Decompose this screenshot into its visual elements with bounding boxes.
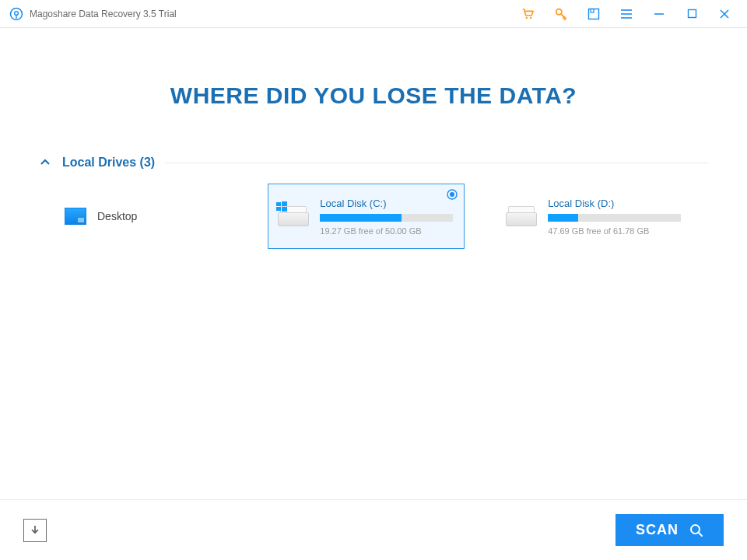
usage-fill — [548, 214, 578, 222]
usage-fill — [320, 214, 401, 222]
activate-button[interactable] — [545, 0, 577, 28]
svg-point-1 — [15, 11, 19, 15]
disk-icon — [506, 206, 537, 226]
search-icon — [689, 523, 703, 537]
drive-item-local-disk-c[interactable]: Local Disk (C:) 19.27 GB free of 50.00 G… — [268, 184, 465, 249]
svg-line-23 — [699, 533, 702, 536]
section-header-local-drives: Local Drives (3) — [39, 156, 708, 170]
usage-bar — [548, 214, 681, 222]
svg-rect-17 — [276, 202, 281, 206]
scan-label: SCAN — [636, 522, 679, 538]
svg-rect-12 — [688, 10, 696, 18]
drive-name: Desktop — [97, 210, 137, 222]
app-title: Magoshare Data Recovery 3.5 Trial — [30, 9, 177, 19]
scan-button[interactable]: SCAN — [615, 514, 724, 546]
svg-rect-18 — [282, 201, 287, 206]
svg-point-3 — [525, 16, 528, 19]
drive-free-text: 47.69 GB free of 61.78 GB — [548, 226, 681, 236]
app-logo-icon — [9, 7, 23, 21]
store-button[interactable] — [512, 0, 545, 28]
usage-bar — [320, 214, 453, 222]
page-headline: WHERE DID YOU LOSE THE DATA? — [31, 82, 716, 109]
titlebar: Magoshare Data Recovery 3.5 Trial — [0, 0, 747, 28]
divider — [166, 163, 708, 163]
desktop-icon — [65, 208, 86, 225]
menu-button[interactable] — [610, 0, 643, 28]
drive-item-local-disk-d[interactable]: Local Disk (D:) 47.69 GB free of 61.78 G… — [496, 184, 693, 249]
drive-name: Local Disk (C:) — [320, 198, 453, 209]
minimize-button[interactable] — [643, 0, 675, 28]
drive-free-text: 19.27 GB free of 50.00 GB — [320, 226, 453, 236]
svg-point-4 — [530, 16, 532, 19]
close-button[interactable] — [708, 0, 741, 28]
system-disk-icon — [278, 206, 309, 226]
section-label: Local Drives (3) — [62, 156, 155, 170]
svg-point-16 — [450, 192, 454, 197]
drives-row: Desktop — [31, 184, 716, 249]
main-content: WHERE DID YOU LOSE THE DATA? Local Drive… — [0, 82, 747, 249]
footer: SCAN — [0, 499, 747, 560]
import-button[interactable] — [23, 519, 47, 542]
radio-selected-icon — [447, 189, 458, 200]
drive-item-desktop[interactable]: Desktop — [54, 184, 237, 249]
maximize-button[interactable] — [675, 0, 708, 28]
chevron-up-icon[interactable] — [39, 156, 51, 169]
disk-tools-button[interactable] — [577, 0, 610, 28]
svg-rect-20 — [282, 207, 287, 212]
drive-name: Local Disk (D:) — [548, 198, 681, 209]
svg-rect-19 — [276, 207, 281, 211]
